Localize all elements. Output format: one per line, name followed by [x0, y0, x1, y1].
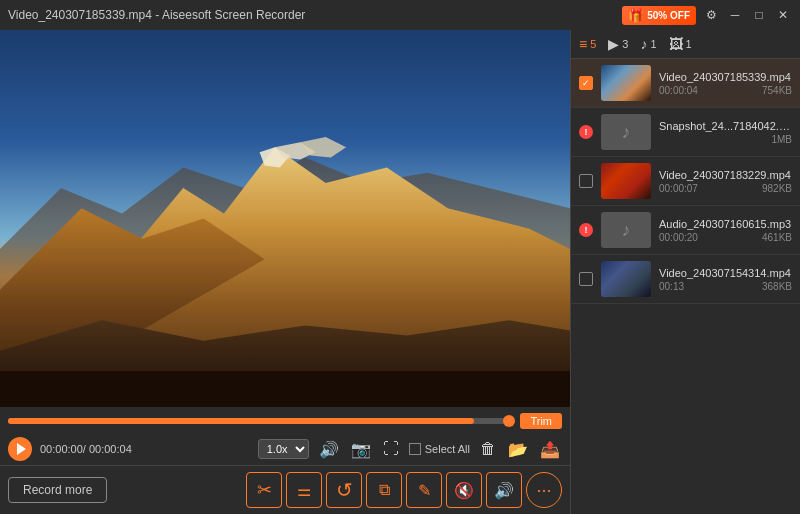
progress-row: Trim: [8, 407, 562, 433]
file-info-0: Video_240307185339.mp4 00:00:04 754KB: [659, 71, 792, 96]
file-name-0: Video_240307185339.mp4: [659, 71, 792, 83]
video-panel: Trim 00:00:00/ 00:00:04 1.0x 0.5x 1.5x 2…: [0, 30, 570, 514]
file-thumb-1: ♪: [601, 114, 651, 150]
file-thumb-4: [601, 261, 651, 297]
file-meta-4: 00:13 368KB: [659, 281, 792, 292]
folder-open-icon[interactable]: 📂: [506, 438, 530, 461]
copy-tool-button[interactable]: ⧉: [366, 472, 402, 508]
title-bar-left: Video_240307185339.mp4 - Aiseesoft Scree…: [8, 8, 305, 22]
file-meta-1: 1MB: [659, 134, 792, 145]
video-area[interactable]: [0, 30, 570, 407]
file-thumb-0: [601, 65, 651, 101]
file-name-4: Video_240307154314.mp4: [659, 267, 792, 279]
bottom-toolbar: Record more ✂ ⚌ ↺ ⧉ ✎ 🔇 🔊 ···: [0, 465, 570, 514]
gift-icon: 🎁: [628, 8, 644, 23]
settings-button[interactable]: ⚙: [702, 6, 720, 24]
progress-fill: [8, 418, 474, 424]
maximize-button[interactable]: □: [750, 6, 768, 24]
file-info-3: Audio_240307160615.mp3 00:00:20 461KB: [659, 218, 792, 243]
file-meta-3: 00:00:20 461KB: [659, 232, 792, 243]
file-checkbox-2[interactable]: [579, 174, 593, 188]
export-icon[interactable]: 📤: [538, 438, 562, 461]
file-checkbox-4[interactable]: [579, 272, 593, 286]
list-icon: ≡: [579, 36, 587, 52]
file-panel: ≡ 5 ▶ 3 ♪ 1 🖼 1 Video_2403: [570, 30, 800, 514]
delete-icon[interactable]: 🗑: [478, 438, 498, 460]
image-tab-icon: 🖼: [669, 36, 683, 52]
tab-video[interactable]: ▶ 3: [608, 36, 628, 52]
title-bar: Video_240307185339.mp4 - Aiseesoft Scree…: [0, 0, 800, 30]
select-all-checkbox[interactable]: [409, 443, 421, 455]
more-tool-button[interactable]: ···: [526, 472, 562, 508]
list-item[interactable]: Video_240307154314.mp4 00:13 368KB: [571, 255, 800, 304]
time-display: 00:00:00/ 00:00:04: [40, 443, 132, 455]
svg-rect-8: [0, 371, 570, 407]
tab-image[interactable]: 🖼 1: [669, 36, 692, 52]
edit-tool-button[interactable]: ✎: [406, 472, 442, 508]
file-info-4: Video_240307154314.mp4 00:13 368KB: [659, 267, 792, 292]
list-item[interactable]: ! ♪ Snapshot_24...7184042.png 1MB: [571, 108, 800, 157]
adjust-tool-button[interactable]: ⚌: [286, 472, 322, 508]
file-info-1: Snapshot_24...7184042.png 1MB: [659, 120, 792, 145]
error-indicator-1: !: [579, 125, 593, 139]
speed-select[interactable]: 1.0x 0.5x 1.5x 2.0x: [258, 439, 309, 459]
audio-tab-icon: ♪: [640, 36, 647, 52]
file-info-2: Video_240307183229.mp4 00:00:07 982KB: [659, 169, 792, 194]
file-name-1: Snapshot_24...7184042.png: [659, 120, 792, 132]
list-item[interactable]: ! ♪ Audio_240307160615.mp3 00:00:20 461K…: [571, 206, 800, 255]
file-meta-0: 00:00:04 754KB: [659, 85, 792, 96]
controls-bar: Trim 00:00:00/ 00:00:04 1.0x 0.5x 1.5x 2…: [0, 407, 570, 465]
volume-tool-button[interactable]: 🔊: [486, 472, 522, 508]
file-name-3: Audio_240307160615.mp3: [659, 218, 792, 230]
main-content: Trim 00:00:00/ 00:00:04 1.0x 0.5x 1.5x 2…: [0, 30, 800, 514]
error-indicator-3: !: [579, 223, 593, 237]
cut-tool-button[interactable]: ✂: [246, 472, 282, 508]
select-all-row: Select All: [409, 443, 470, 455]
file-checkbox-0[interactable]: [579, 76, 593, 90]
file-meta-2: 00:00:07 982KB: [659, 183, 792, 194]
discount-badge[interactable]: 🎁 50% OFF: [622, 6, 696, 25]
rotate-tool-button[interactable]: ↺: [326, 472, 362, 508]
mute-tool-button[interactable]: 🔇: [446, 472, 482, 508]
tab-all[interactable]: ≡ 5: [579, 36, 596, 52]
close-button[interactable]: ✕: [774, 6, 792, 24]
trim-button[interactable]: Trim: [520, 413, 562, 429]
progress-bar[interactable]: [8, 418, 514, 424]
fullscreen-icon[interactable]: ⛶: [381, 438, 401, 460]
volume-icon[interactable]: 🔊: [317, 438, 341, 461]
app-title: Video_240307185339.mp4 - Aiseesoft Scree…: [8, 8, 305, 22]
video-tab-icon: ▶: [608, 36, 619, 52]
select-all-label: Select All: [425, 443, 470, 455]
discount-text: 50% OFF: [647, 10, 690, 21]
file-thumb-2: [601, 163, 651, 199]
tab-audio[interactable]: ♪ 1: [640, 36, 656, 52]
record-more-button[interactable]: Record more: [8, 477, 107, 503]
file-tabs: ≡ 5 ▶ 3 ♪ 1 🖼 1: [571, 30, 800, 59]
minimize-button[interactable]: ─: [726, 6, 744, 24]
playback-row: 00:00:00/ 00:00:04 1.0x 0.5x 1.5x 2.0x 🔊…: [8, 433, 562, 465]
title-bar-right: 🎁 50% OFF ⚙ ─ □ ✕: [622, 6, 792, 25]
file-name-2: Video_240307183229.mp4: [659, 169, 792, 181]
camera-icon[interactable]: 📷: [349, 438, 373, 461]
list-item[interactable]: Video_240307183229.mp4 00:00:07 982KB: [571, 157, 800, 206]
progress-thumb: [503, 415, 515, 427]
list-item[interactable]: Video_240307185339.mp4 00:00:04 754KB: [571, 59, 800, 108]
play-icon: [17, 443, 26, 455]
toolbar-icons: ✂ ⚌ ↺ ⧉ ✎ 🔇 🔊 ···: [246, 472, 562, 508]
play-button[interactable]: [8, 437, 32, 461]
file-list: Video_240307185339.mp4 00:00:04 754KB ! …: [571, 59, 800, 514]
file-thumb-3: ♪: [601, 212, 651, 248]
